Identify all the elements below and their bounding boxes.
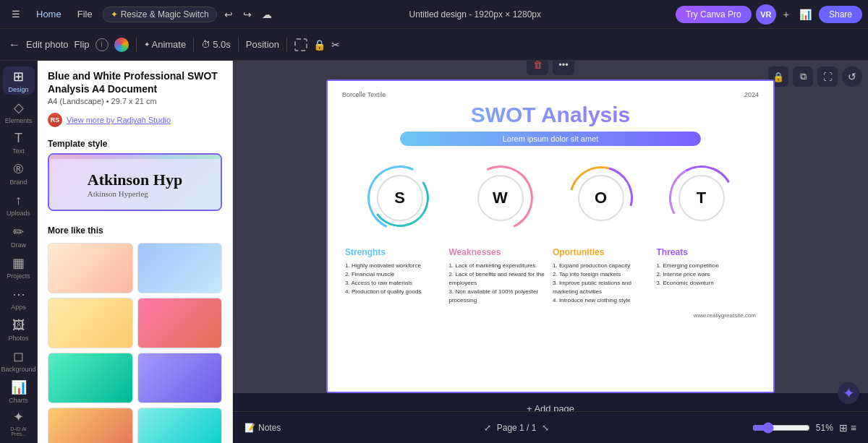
duration-label: 5.0s <box>213 39 231 50</box>
swot-main-title: SWOT Analysis <box>342 103 759 127</box>
cloud-save-button[interactable]: ☁ <box>259 6 275 23</box>
author-link[interactable]: View more by Radiyah Studio <box>67 116 171 124</box>
ai-pres-icon: ✦ <box>13 409 24 425</box>
s-circle-wrap: S <box>360 162 440 234</box>
delete-element-button[interactable]: 🗑 <box>527 61 548 75</box>
plus-button[interactable]: + <box>780 6 792 23</box>
avatar-button[interactable]: VR <box>756 4 776 25</box>
refresh-canvas-button[interactable]: ↺ <box>842 66 862 87</box>
swot-footer-url: www.reallygreatsite.com <box>342 312 759 319</box>
zoom-percentage: 51% <box>816 423 833 433</box>
clock-icon: ⏱ <box>201 39 210 50</box>
template-style-label: Template style <box>38 132 232 153</box>
sidebar-item-design-label: Design <box>8 86 28 93</box>
more-options-button[interactable]: ••• <box>553 61 574 75</box>
notes-button[interactable]: 📝 Notes <box>244 423 281 433</box>
grid-icon[interactable] <box>294 38 307 51</box>
crop-button[interactable]: ✂ <box>331 39 340 51</box>
canvas-top-right-tools: 🔒 ⧉ ⛶ ↺ <box>768 66 862 87</box>
grid-view-button[interactable]: ⊞ <box>839 422 848 434</box>
canvas-area: 🔒 ⧉ ⛶ ↺ 🗑 ••• Borcelle Textile 2024 SWOT… <box>233 61 868 443</box>
undo-button[interactable]: ↩ <box>221 6 236 23</box>
sidebar-item-brand[interactable]: ® Brand <box>3 160 35 188</box>
elements-icon: ◇ <box>14 100 24 116</box>
tab-file[interactable]: File <box>72 6 98 22</box>
document-header-row: Borcelle Textile 2024 <box>342 91 759 98</box>
sidebar-item-uploads[interactable]: ↑ Uploads <box>3 191 35 219</box>
menu-button[interactable]: ☰ <box>6 6 26 22</box>
font-name-display: Atkinson Hyp <box>88 171 182 189</box>
back-button[interactable]: ← <box>9 38 20 51</box>
copy-canvas-button[interactable]: ⧉ <box>793 66 813 87</box>
s-circle: S <box>377 175 423 221</box>
info-icon[interactable]: i <box>95 38 109 51</box>
brand-icon: ® <box>14 162 23 177</box>
template-thumb-1[interactable] <box>48 243 133 293</box>
photos-icon: 🖼 <box>12 318 25 333</box>
apps-icon: ⋯ <box>12 286 25 302</box>
zoom-slider[interactable] <box>752 422 810 434</box>
swot-canvas[interactable]: 🗑 ••• Borcelle Textile 2024 SWOT Analysi… <box>326 79 775 393</box>
sidebar-item-background[interactable]: ◻ Background <box>3 347 35 375</box>
threats-items: 1. Emerging competition2. Intense price … <box>657 262 757 288</box>
left-panel: Blue and White Professional SWOT Analysi… <box>38 61 233 443</box>
panel-title: Blue and White Professional SWOT Analysi… <box>48 69 222 95</box>
bottom-center-controls: ⤢ Page 1 / 1 ⤡ <box>484 423 550 433</box>
sidebar-item-projects[interactable]: ▦ Projects <box>3 253 35 281</box>
redo-button[interactable]: ↪ <box>240 6 255 23</box>
sidebar-item-charts[interactable]: 📊 Charts <box>3 378 35 406</box>
resize-magic-switch-button[interactable]: ✦ Resize & Magic Switch <box>103 7 217 22</box>
template-thumb-3[interactable] <box>48 298 133 348</box>
lock-button[interactable]: 🔒 <box>313 39 326 51</box>
resize-label: Resize & Magic Switch <box>121 9 209 20</box>
tab-home[interactable]: Home <box>30 6 67 22</box>
swot-subtitle: Lorem ipsum dolor sit amet <box>400 132 701 146</box>
swot-col-weaknesses: Weaknesses 1. Lack of marketing expendit… <box>449 247 549 305</box>
sidebar-item-ai-pres[interactable]: ✦ D-ID AI Pres... <box>3 409 35 437</box>
share-button[interactable]: Share <box>819 6 862 23</box>
template-grid <box>48 243 222 443</box>
template-thumb-4[interactable] <box>137 298 223 348</box>
separator4 <box>286 38 287 52</box>
view-buttons: ⊞ ≡ <box>839 422 856 434</box>
edit-photo-button[interactable]: Edit photo <box>26 39 69 50</box>
template-thumb-7[interactable] <box>48 408 133 443</box>
sidebar-item-text[interactable]: T Text <box>3 129 35 157</box>
color-picker-button[interactable] <box>114 38 129 52</box>
sidebar-item-apps[interactable]: ⋯ Apps <box>3 285 35 313</box>
top-toolbar: ☰ Home File ✦ Resize & Magic Switch ↩ ↪ … <box>0 0 868 29</box>
sidebar-item-background-label: Background <box>1 366 35 373</box>
flip-button[interactable]: Flip <box>75 39 90 50</box>
t-circle: T <box>678 175 725 221</box>
text-icon: T <box>14 131 22 146</box>
bar-chart-button[interactable]: 📊 <box>796 6 814 23</box>
template-thumb-6[interactable] <box>137 353 223 403</box>
sidebar-item-draw[interactable]: ✏ Draw <box>3 222 35 250</box>
weaknesses-title: Weaknesses <box>449 247 549 257</box>
try-canva-pro-button[interactable]: Try Canva Pro <box>676 6 752 23</box>
duration-button[interactable]: ⏱ 5.0s <box>201 39 231 50</box>
template-thumb-8[interactable] <box>137 408 223 443</box>
sidebar-item-elements[interactable]: ◇ Elements <box>3 98 35 126</box>
charts-icon: 📊 <box>11 379 27 395</box>
swot-col-strengths: Strenghts 1. Highly motivated workforce2… <box>345 247 445 305</box>
bottom-navigation-bar: 📝 Notes ⤢ Page 1 / 1 ⤡ 51% ⊞ ≡ <box>233 411 868 443</box>
animate-button[interactable]: ✦ Animate <box>144 39 187 50</box>
strengths-items: 1. Highly motivated workforce2. Financia… <box>345 262 445 296</box>
o-circle-wrap: O <box>561 162 641 234</box>
sidebar-item-design[interactable]: ⊞ Design <box>3 66 35 95</box>
opportunities-title: Oportunities <box>553 247 652 257</box>
sidebar-item-photos[interactable]: 🖼 Photos <box>3 316 35 344</box>
template-thumb-5[interactable] <box>48 353 133 403</box>
magic-assist-button[interactable]: ✦ <box>838 382 859 404</box>
notes-label: Notes <box>258 423 281 433</box>
expand-canvas-button[interactable]: ⛶ <box>817 66 838 87</box>
sidebar-item-uploads-label: Uploads <box>7 210 30 217</box>
template-thumb-2[interactable] <box>137 243 223 293</box>
o-circle: O <box>578 175 624 221</box>
position-button[interactable]: Position <box>246 39 279 50</box>
list-view-button[interactable]: ≡ <box>851 422 856 434</box>
secondary-toolbar: ← Edit photo Flip i ✦ Animate ⏱ 5.0s Pos… <box>0 29 868 61</box>
uploads-icon: ↑ <box>15 193 22 208</box>
template-preview[interactable]: Atkinson Hyp Atkinson Hyperleg <box>48 153 222 211</box>
